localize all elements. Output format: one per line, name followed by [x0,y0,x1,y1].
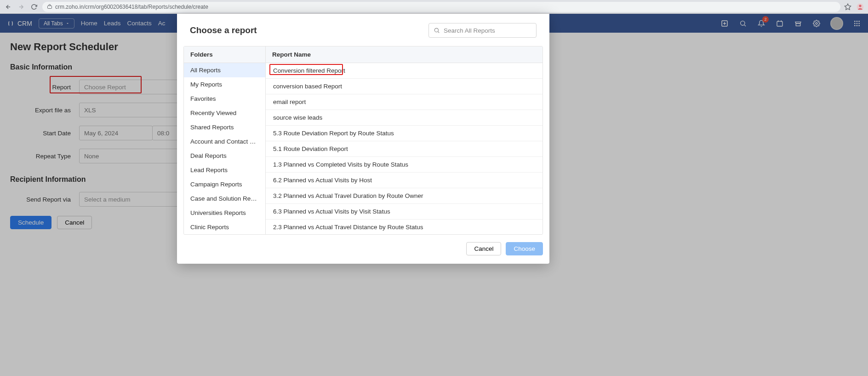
folders-list: All ReportsMy ReportsFavoritesRecently V… [184,63,265,234]
report-item[interactable]: email report [266,94,542,110]
report-item[interactable]: 5.3 Route Deviation Report by Route Stat… [266,126,542,141]
highlight-box [269,64,343,75]
folder-item[interactable]: Deal Reports [184,149,265,163]
folder-item[interactable]: Favorites [184,92,265,106]
report-item[interactable]: 3.2 Planned vs Actual Travel Duration by… [266,188,542,204]
svg-marker-1 [845,4,851,10]
report-item[interactable]: Conversion filtered Report [266,63,542,79]
folder-item[interactable]: Clinic Reports [184,220,265,234]
folder-item[interactable]: Shared Reports [184,120,265,134]
report-item[interactable]: 1.3 Planned vs Completed Visits by Route… [266,157,542,173]
modal-title: Choose a report [190,25,257,35]
svg-line-24 [438,32,440,33]
browser-reload-button[interactable] [29,2,39,12]
site-info-icon [47,4,52,10]
report-item[interactable]: 6.3 Planned vs Actual Visits by Visit St… [266,204,542,220]
search-placeholder: Search All Reports [444,27,495,34]
folders-header: Folders [184,46,265,63]
profile-icon[interactable] [856,3,864,11]
report-item[interactable]: 5.1 Route Deviation Report [266,141,542,157]
browser-url-bar[interactable]: crm.zoho.in/crm/org60020636418/tab/Repor… [42,2,840,12]
browser-chrome: crm.zoho.in/crm/org60020636418/tab/Repor… [0,0,868,14]
folder-item[interactable]: Recently Viewed [184,106,265,120]
folder-item[interactable]: All Reports [184,63,265,77]
star-icon[interactable] [844,3,851,11]
folder-item[interactable]: Universities Reports [184,206,265,220]
browser-url-text: crm.zoho.in/crm/org60020636418/tab/Repor… [55,4,208,10]
folder-item[interactable]: Account and Contact Rep... [184,134,265,149]
report-item[interactable]: 2.3 Planned vs Actual Travel Distance by… [266,220,542,234]
folder-item[interactable]: Lead Reports [184,163,265,177]
choose-report-modal: Choose a report Search All Reports Folde… [177,14,549,237]
report-item[interactable]: 6.2 Planned vs Actual Visits by Host [266,173,542,188]
reports-list: Conversion filtered Reportconversion bas… [266,63,542,234]
svg-point-3 [859,5,861,7]
report-item[interactable]: conversion based Report [266,79,542,94]
search-icon [434,27,440,34]
folder-item[interactable]: Campaign Reports [184,177,265,191]
folder-item[interactable]: Case and Solution Reports [184,191,265,206]
svg-point-23 [434,28,438,32]
svg-rect-0 [48,6,52,8]
folder-item[interactable]: My Reports [184,77,265,92]
reports-header: Report Name [266,46,542,63]
search-input[interactable]: Search All Reports [428,23,537,38]
browser-forward-button[interactable] [17,2,26,12]
browser-back-button[interactable] [4,2,13,12]
report-item[interactable]: source wise leads [266,110,542,126]
